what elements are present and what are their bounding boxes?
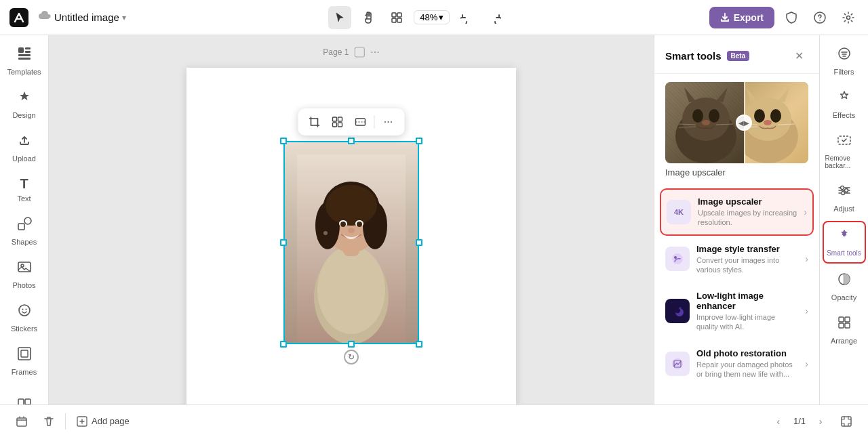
add-page-label: Add page [92, 416, 130, 426]
pointer-tool-btn[interactable] [328, 6, 351, 29]
low-light-text: Low-light image enhancer Improve low-lig… [696, 291, 798, 332]
export-label: Export [734, 12, 764, 23]
fit-page-btn[interactable] [835, 411, 857, 432]
page-indicator: 1/1 [793, 416, 806, 426]
zoom-control[interactable]: 48% ▾ [414, 10, 450, 24]
handle-top-right[interactable] [416, 138, 422, 144]
cat-image: ◀▶ [665, 82, 808, 163]
document-title[interactable]: Untitled image [54, 12, 119, 23]
svg-rect-22 [18, 399, 24, 404]
strip-item-remove-bg[interactable]: Remove backar... [823, 127, 866, 175]
tool-item-photo-restoration[interactable]: Old photo restoration Repair your damage… [654, 340, 819, 388]
handle-top-center[interactable] [348, 138, 355, 144]
add-page-btn[interactable]: Add page [71, 413, 135, 430]
sidebar-item-text[interactable]: T Text [3, 171, 46, 208]
page-nav: ‹ 1/1 › [769, 411, 857, 432]
upload-icon [17, 133, 32, 152]
shield-btn[interactable] [780, 6, 803, 29]
export-button[interactable]: Export [709, 7, 774, 28]
hand-tool-btn[interactable] [357, 6, 380, 29]
sidebar-item-shapes[interactable]: Shapes [3, 211, 46, 251]
templates-icon [17, 46, 32, 65]
prev-page-btn[interactable]: ‹ [769, 412, 788, 431]
handle-mid-left[interactable] [280, 239, 287, 246]
panel-preview: ◀▶ Image upscaler [654, 74, 819, 188]
strip-item-filters[interactable]: Filters [823, 41, 866, 81]
app-logo[interactable] [8, 7, 30, 28]
svg-point-41 [323, 231, 328, 235]
restoration-desc: Repair your damaged photos or bring them… [696, 360, 798, 379]
preview-image-box: ◀▶ [665, 82, 808, 163]
svg-rect-82 [839, 323, 844, 328]
beta-badge: Beta [727, 51, 750, 61]
strip-item-smart-tools[interactable]: Smart tools [823, 221, 866, 264]
strip-item-opacity[interactable]: Opacity [823, 266, 866, 307]
svg-point-51 [692, 109, 703, 123]
svg-rect-42 [333, 117, 337, 121]
right-strip: Filters Effects Remove backar... Adjust … [819, 35, 868, 404]
svg-rect-80 [839, 317, 844, 322]
restoration-icon [665, 352, 690, 376]
strip-item-effects[interactable]: Effects [823, 84, 866, 125]
settings-btn[interactable] [837, 6, 860, 29]
help-btn[interactable] [808, 6, 831, 29]
crop-btn[interactable] [304, 111, 326, 133]
selected-image-wrapper[interactable]: ↻ [283, 141, 419, 344]
svg-rect-0 [9, 8, 28, 27]
svg-point-61 [754, 109, 765, 123]
tool-item-style-transfer[interactable]: Image style transfer Convert your images… [654, 236, 819, 283]
tool-item-low-light[interactable]: Low-light image enhancer Improve low-lig… [654, 283, 819, 340]
delete-btn[interactable] [38, 411, 60, 432]
upscaler-desc: Upscale images by increasing resolution. [698, 208, 797, 228]
panel-title-text: Smart tools [665, 50, 722, 62]
topbar-right: Export [709, 6, 860, 29]
handle-bottom-center[interactable] [348, 341, 355, 348]
remove-bg-label: Remove backar... [825, 154, 863, 169]
page-more-btn[interactable]: ··· [370, 46, 379, 58]
text-label: Text [17, 194, 31, 203]
smart-tools-label: Smart tools [827, 249, 861, 257]
undo-btn[interactable] [455, 6, 478, 29]
flip-btn[interactable] [350, 111, 372, 133]
redo-btn[interactable] [484, 6, 507, 29]
strip-item-arrange[interactable]: Arrange [823, 310, 866, 350]
style-transfer-chevron: › [805, 253, 808, 264]
handle-mid-right[interactable] [416, 239, 422, 246]
view-btn[interactable] [385, 6, 408, 29]
low-light-name: Low-light image enhancer [696, 291, 798, 311]
tool-item-image-upscaler[interactable]: 4K Image upscaler Upscale images by incr… [660, 188, 814, 236]
sidebar-item-upload[interactable]: Upload [3, 127, 46, 168]
more-options-btn[interactable]: ··· [378, 111, 399, 133]
rotate-handle[interactable]: ↻ [344, 350, 359, 365]
svg-point-35 [326, 185, 377, 226]
zoom-level: 48% [420, 12, 437, 22]
restoration-text: Old photo restoration Repair your damage… [696, 348, 798, 379]
person-image [283, 141, 419, 344]
more-icon: ··· [384, 116, 393, 128]
filters-label: Filters [834, 68, 854, 76]
sidebar-item-photos[interactable]: Photos [3, 254, 46, 295]
title-chevron[interactable]: ▾ [122, 13, 126, 22]
sidebar-item-templates[interactable]: Templates [3, 41, 46, 81]
sidebar-item-design[interactable]: Design [3, 84, 46, 125]
sidebar-item-frames[interactable]: Frames [3, 341, 46, 381]
save-to-folder-btn[interactable] [11, 411, 33, 432]
effects-icon [837, 89, 852, 108]
topbar: Untitled image ▾ 48% ▾ Export [0, 0, 868, 35]
adjust-label: Adjust [833, 205, 854, 213]
sidebar-item-collage[interactable]: Collage [3, 392, 46, 404]
canvas-area[interactable]: Page 1 ··· [49, 35, 654, 404]
handle-top-left[interactable] [280, 138, 287, 144]
sidebar-item-stickers[interactable]: Stickers [3, 297, 46, 338]
next-page-btn[interactable]: › [811, 412, 830, 431]
handle-bottom-left[interactable] [280, 341, 287, 348]
svg-rect-45 [338, 123, 342, 127]
svg-rect-44 [333, 123, 337, 127]
filters-icon [837, 46, 852, 65]
smart-crop-btn[interactable] [327, 111, 349, 133]
handle-bottom-right[interactable] [416, 341, 422, 348]
strip-item-adjust[interactable]: Adjust [823, 178, 866, 218]
templates-label: Templates [7, 68, 41, 76]
panel-close-btn[interactable]: ✕ [789, 46, 808, 65]
cat-left [665, 82, 744, 163]
